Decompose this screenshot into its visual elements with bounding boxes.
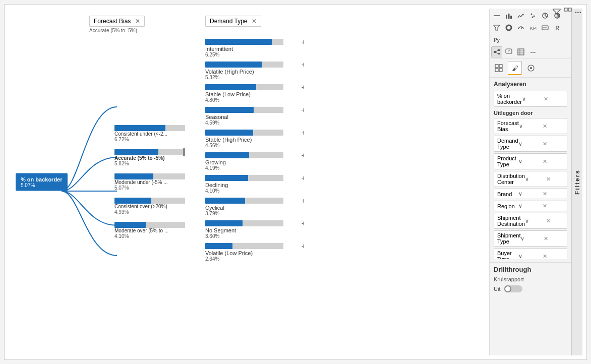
uit-label: Uit	[494, 286, 500, 292]
demand-plus-1[interactable]: +	[302, 62, 304, 68]
filter-row-8[interactable]: Buyer Type ∨ ✕	[494, 248, 567, 259]
icon-kpi[interactable]: KPI	[527, 22, 539, 33]
filter-row-2[interactable]: Product Type ∨ ✕	[494, 153, 567, 169]
demand-type-close[interactable]: ✕	[252, 18, 257, 25]
filter-chevron-2[interactable]: ∨	[518, 158, 540, 165]
icon-more-visuals[interactable]: ···	[527, 46, 539, 57]
root-value: 5.07%	[21, 183, 63, 188]
layout-icon[interactable]	[564, 8, 572, 17]
icon-python[interactable]: Py	[491, 34, 502, 45]
icon-funnel[interactable]	[491, 22, 502, 33]
filter-row-1[interactable]: Demand Type ∨ ✕	[494, 136, 567, 152]
demand-plus-7[interactable]: +	[302, 198, 304, 204]
demand-plus-5[interactable]: +	[302, 152, 304, 158]
icon-qna[interactable]: ?	[503, 46, 514, 57]
filter-x-6[interactable]: ✕	[546, 218, 564, 224]
format-icon[interactable]: 🖌	[508, 61, 522, 75]
icon-r-script[interactable]: R	[552, 22, 563, 33]
filter-chevron-3[interactable]: ∨	[525, 176, 543, 183]
svg-text:KPI: KPI	[530, 26, 537, 31]
filter-chevron-8[interactable]: ∨	[518, 253, 540, 260]
filter-chevron-0[interactable]: ∨	[519, 123, 540, 130]
demand-plus-4[interactable]: +	[302, 130, 304, 136]
forecast-bias-label: Forecast Bias	[94, 18, 131, 25]
kruisrapport-label: Kruisrapport	[494, 276, 567, 282]
filter-x-1[interactable]: ✕	[543, 141, 564, 147]
filter-chevron-7[interactable]: ∨	[520, 235, 541, 242]
demand-type-title-box: Demand Type ✕	[205, 16, 261, 27]
filter-row-3[interactable]: Distribution Center ∨ ✕	[494, 171, 567, 187]
filter-chevron-6[interactable]: ∨	[525, 218, 543, 224]
branch-item-4: Moderate over (5% to ... 4.10%	[114, 222, 185, 239]
filter-x-0[interactable]: ✕	[543, 123, 564, 130]
filter-row-7[interactable]: Shipment Type ∨ ✕	[494, 230, 567, 247]
branch-label-3: Consistent over (>20%)	[114, 204, 185, 209]
svg-rect-22	[498, 49, 500, 51]
icon-scatter[interactable]	[527, 10, 539, 21]
svg-marker-15	[494, 25, 500, 30]
icon-card[interactable]	[540, 22, 551, 33]
analytics-icon[interactable]	[524, 61, 538, 75]
filter-label-0: Forecast Bias	[497, 120, 519, 132]
demand-type-list: Intermittent 6.25% + Volatile (High Pric…	[205, 39, 304, 350]
filter-x-7[interactable]: ✕	[544, 235, 564, 242]
demand-item-label-6: Declining	[205, 182, 304, 188]
svg-point-16	[506, 25, 511, 30]
filter-x-8[interactable]: ✕	[543, 253, 564, 260]
filter-chevron-4[interactable]: ∨	[518, 191, 540, 197]
demand-plus-9[interactable]: +	[302, 243, 304, 249]
filter-x-4[interactable]: ✕	[543, 191, 564, 197]
toggle-track[interactable]	[504, 285, 522, 292]
branch-value-3: 4.93%	[114, 209, 185, 215]
filter-row-4[interactable]: Brand ∨ ✕	[494, 189, 567, 199]
icon-area[interactable]	[515, 10, 526, 21]
demand-plus-3[interactable]: +	[302, 107, 304, 113]
svg-point-7	[534, 16, 535, 17]
demand-item-label-8: No Segment	[205, 227, 304, 233]
more-options-icon[interactable]: ···	[575, 8, 581, 17]
filter-chevron-5[interactable]: ∨	[518, 203, 540, 209]
branch-value-2: 5.07%	[114, 185, 185, 191]
filter-row-0[interactable]: Forecast Bias ∨ ✕	[494, 118, 567, 134]
filter-x-2[interactable]: ✕	[543, 158, 564, 165]
demand-plus-2[interactable]: +	[302, 84, 304, 90]
demand-item-label-2: Stable (Low Price)	[205, 91, 304, 97]
icon-donut[interactable]	[503, 22, 514, 33]
filter-icon[interactable]	[553, 8, 561, 17]
demand-item-val-8: 3.60%	[205, 233, 304, 239]
demand-plus-6[interactable]: +	[302, 175, 304, 181]
forecast-bias-close[interactable]: ✕	[135, 18, 140, 25]
analyseren-dropdown[interactable]: % on backorder ∨ ✕	[494, 91, 567, 107]
demand-item-label-4: Stable (High Price)	[205, 137, 304, 143]
demand-item-1: Volatile (High Price) 5.32% +	[205, 62, 304, 80]
demand-item-val-5: 4.19%	[205, 165, 304, 171]
analyseren-chevron[interactable]: ∨	[522, 96, 542, 102]
fields-icon[interactable]	[492, 61, 506, 75]
filter-x-5[interactable]: ✕	[543, 203, 564, 209]
demand-plus-0[interactable]: +	[302, 39, 304, 45]
icon-bar[interactable]	[503, 10, 514, 21]
demand-item-7: Cyclical 3.79% +	[205, 198, 304, 216]
analyseren-value: % on backorder	[497, 93, 522, 105]
filters-sidebar: Filters	[571, 9, 582, 355]
icon-gauge[interactable]	[515, 22, 526, 33]
demand-type-header-box: Demand Type ✕	[205, 16, 261, 27]
filter-chevron-1[interactable]: ∨	[518, 141, 540, 147]
icon-decomp[interactable]	[491, 46, 502, 57]
svg-text:🖌: 🖌	[512, 65, 518, 72]
filter-label-6: Shipment Destination	[497, 215, 525, 227]
app-container: ··· Forecast Bias ✕ Accurate (5% to -5%)…	[0, 0, 591, 364]
filter-row-6[interactable]: Shipment Destination ∨ ✕	[494, 213, 567, 229]
icon-line[interactable]	[491, 10, 502, 21]
demand-type-label: Demand Type	[210, 18, 248, 25]
filter-label-2: Product Type	[497, 155, 518, 167]
icon-pie[interactable]	[540, 10, 551, 21]
svg-rect-1	[568, 8, 571, 11]
filter-row-5[interactable]: Region ∨ ✕	[494, 201, 567, 211]
demand-item-val-1: 5.32%	[205, 75, 304, 80]
analyseren-clear[interactable]: ✕	[544, 96, 564, 102]
icon-table-visual[interactable]	[515, 46, 526, 57]
filter-x-3[interactable]: ✕	[546, 176, 564, 183]
demand-plus-8[interactable]: +	[302, 220, 304, 226]
svg-text:?: ?	[508, 49, 510, 53]
